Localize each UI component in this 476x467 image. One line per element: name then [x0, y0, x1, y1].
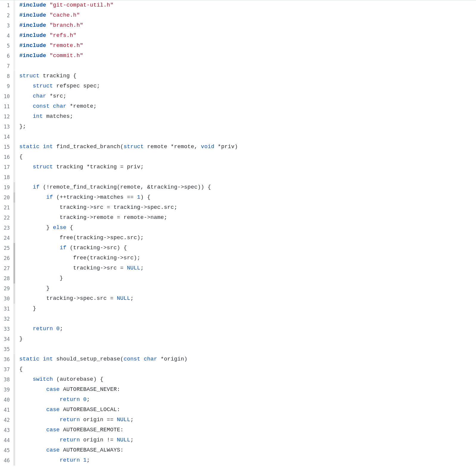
code-line[interactable]: 1#include "git-compat-util.h"	[0, 0, 476, 10]
code-line[interactable]: 36static int should_setup_rebase(const c…	[0, 354, 476, 364]
code-content[interactable]	[15, 344, 476, 354]
line-number[interactable]: 31	[0, 304, 13, 314]
line-number[interactable]: 6	[0, 51, 13, 61]
line-number[interactable]: 10	[0, 91, 13, 101]
code-content[interactable]: struct tracking {	[15, 71, 476, 81]
code-content[interactable]	[15, 172, 476, 182]
code-content[interactable]: return 0;	[15, 324, 476, 334]
line-number[interactable]: 46	[0, 455, 13, 466]
code-content[interactable]: #include "commit.h"	[15, 51, 476, 61]
line-number[interactable]: 14	[0, 132, 13, 142]
code-line[interactable]: 19 if (!remote_find_tracking(remote, &tr…	[0, 182, 476, 192]
code-line[interactable]: 32	[0, 314, 476, 324]
line-number[interactable]: 45	[0, 445, 13, 455]
code-content[interactable]: struct refspec spec;	[15, 81, 476, 91]
code-content[interactable]	[15, 132, 476, 142]
line-number[interactable]: 9	[0, 81, 13, 91]
code-line[interactable]: 20 if (++tracking->matches == 1) {	[0, 192, 476, 203]
code-line[interactable]: 46 return 1;	[0, 455, 476, 466]
line-number[interactable]: 19	[0, 182, 13, 192]
code-content[interactable]: free(tracking->src);	[15, 253, 476, 263]
code-content[interactable]: case AUTOREBASE_ALWAYS:	[15, 445, 476, 455]
line-number[interactable]: 8	[0, 71, 13, 81]
line-number[interactable]: 42	[0, 415, 13, 425]
code-line[interactable]: 23 } else {	[0, 223, 476, 233]
code-line[interactable]: 7	[0, 61, 476, 71]
code-line[interactable]: 31 }	[0, 304, 476, 314]
code-content[interactable]: };	[15, 122, 476, 132]
line-number[interactable]: 21	[0, 203, 13, 213]
line-number[interactable]: 39	[0, 385, 13, 395]
line-number[interactable]: 16	[0, 152, 13, 162]
code-line[interactable]: 16{	[0, 152, 476, 162]
line-number[interactable]: 28	[0, 273, 13, 283]
code-content[interactable]: static int find_tracked_branch(struct re…	[15, 142, 476, 152]
code-line[interactable]: 9 struct refspec spec;	[0, 81, 476, 91]
line-number[interactable]: 12	[0, 112, 13, 122]
line-number[interactable]: 11	[0, 101, 13, 112]
line-number[interactable]: 34	[0, 334, 13, 344]
code-line[interactable]: 44 return origin != NULL;	[0, 435, 476, 445]
code-content[interactable]: }	[15, 283, 476, 294]
line-number[interactable]: 15	[0, 142, 13, 152]
code-content[interactable]: #include "branch.h"	[15, 21, 476, 31]
code-content[interactable]: free(tracking->spec.src);	[15, 233, 476, 243]
code-content[interactable]: tracking->src = NULL;	[15, 263, 476, 273]
code-line[interactable]: 11 const char *remote;	[0, 101, 476, 112]
code-line[interactable]: 40 return 0;	[0, 395, 476, 405]
line-number[interactable]: 29	[0, 283, 13, 294]
line-number[interactable]: 13	[0, 122, 13, 132]
code-content[interactable]: tracking->spec.src = NULL;	[15, 294, 476, 304]
code-content[interactable]: } else {	[15, 223, 476, 233]
code-line[interactable]: 10 char *src;	[0, 91, 476, 101]
code-line[interactable]: 43 case AUTOREBASE_REMOTE:	[0, 425, 476, 435]
code-content[interactable]: return origin == NULL;	[15, 415, 476, 425]
code-content[interactable]: if (++tracking->matches == 1) {	[15, 192, 476, 203]
line-number[interactable]: 20	[0, 192, 13, 203]
code-line[interactable]: 12 int matches;	[0, 112, 476, 122]
code-content[interactable]: {	[15, 152, 476, 162]
code-line[interactable]: 27 tracking->src = NULL;	[0, 263, 476, 273]
code-content[interactable]: if (!remote_find_tracking(remote, &track…	[15, 182, 476, 192]
line-number[interactable]: 40	[0, 395, 13, 405]
code-line[interactable]: 35	[0, 344, 476, 354]
code-content[interactable]: char *src;	[15, 91, 476, 101]
code-line[interactable]: 25 if (tracking->src) {	[0, 243, 476, 253]
code-content[interactable]: tracking->remote = remote->name;	[15, 213, 476, 223]
code-line[interactable]: 13};	[0, 122, 476, 132]
line-number[interactable]: 44	[0, 435, 13, 445]
code-content[interactable]: #include "remote.h"	[15, 41, 476, 51]
line-number[interactable]: 35	[0, 344, 13, 354]
line-number[interactable]: 7	[0, 61, 13, 71]
line-number[interactable]: 2	[0, 10, 13, 21]
line-number[interactable]: 36	[0, 354, 13, 364]
line-number[interactable]: 1	[0, 0, 13, 10]
line-number[interactable]: 24	[0, 233, 13, 243]
code-content[interactable]: return 0;	[15, 395, 476, 405]
code-line[interactable]: 34}	[0, 334, 476, 344]
line-number[interactable]: 33	[0, 324, 13, 334]
code-line[interactable]: 42 return origin == NULL;	[0, 415, 476, 425]
code-line[interactable]: 14	[0, 132, 476, 142]
code-line[interactable]: 4#include "refs.h"	[0, 31, 476, 41]
code-content[interactable]: return 1;	[15, 455, 476, 466]
line-number[interactable]: 37	[0, 364, 13, 374]
code-line[interactable]: 41 case AUTOREBASE_LOCAL:	[0, 405, 476, 415]
code-content[interactable]: const char *remote;	[15, 101, 476, 112]
code-line[interactable]: 15static int find_tracked_branch(struct …	[0, 142, 476, 152]
code-content[interactable]: }	[15, 334, 476, 344]
code-content[interactable]: if (tracking->src) {	[15, 243, 476, 253]
line-number[interactable]: 23	[0, 223, 13, 233]
line-number[interactable]: 41	[0, 405, 13, 415]
line-number[interactable]: 38	[0, 374, 13, 385]
code-line[interactable]: 30 tracking->spec.src = NULL;	[0, 294, 476, 304]
line-number[interactable]: 5	[0, 41, 13, 51]
line-number[interactable]: 3	[0, 21, 13, 31]
code-line[interactable]: 29 }	[0, 283, 476, 294]
code-content[interactable]: case AUTOREBASE_NEVER:	[15, 385, 476, 395]
line-number[interactable]: 32	[0, 314, 13, 324]
code-content[interactable]	[15, 61, 476, 71]
code-line[interactable]: 21 tracking->src = tracking->spec.src;	[0, 203, 476, 213]
line-number[interactable]: 22	[0, 213, 13, 223]
code-content[interactable]: }	[15, 304, 476, 314]
